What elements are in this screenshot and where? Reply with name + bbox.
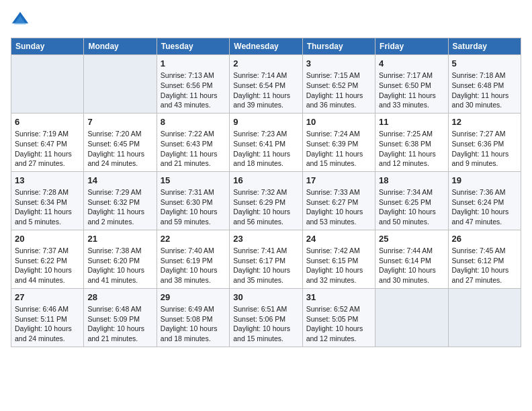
calendar-cell: 20Sunrise: 7:37 AMSunset: 6:22 PMDayligh… — [11, 230, 84, 288]
day-number: 23 — [233, 233, 298, 245]
day-number: 17 — [306, 175, 371, 187]
weekday-header-wednesday: Wednesday — [230, 38, 302, 55]
calendar-cell: 22Sunrise: 7:40 AMSunset: 6:19 PMDayligh… — [157, 230, 229, 288]
day-detail: Sunrise: 7:28 AMSunset: 6:34 PMDaylight:… — [15, 187, 80, 227]
calendar-cell: 19Sunrise: 7:36 AMSunset: 6:24 PMDayligh… — [448, 171, 521, 230]
week-row-2: 6Sunrise: 7:19 AMSunset: 6:47 PMDaylight… — [11, 113, 521, 171]
day-detail: Sunrise: 7:24 AMSunset: 6:39 PMDaylight:… — [306, 129, 371, 169]
day-detail: Sunrise: 7:14 AMSunset: 6:54 PMDaylight:… — [233, 71, 298, 110]
calendar-cell: 27Sunrise: 6:46 AMSunset: 5:11 PMDayligh… — [11, 288, 84, 347]
day-detail: Sunrise: 6:52 AMSunset: 5:05 PMDaylight:… — [306, 304, 371, 344]
day-detail: Sunrise: 7:45 AMSunset: 6:12 PMDaylight:… — [452, 246, 517, 285]
weekday-header-friday: Friday — [375, 38, 448, 55]
calendar-cell: 13Sunrise: 7:28 AMSunset: 6:34 PMDayligh… — [11, 171, 84, 230]
calendar-cell: 2Sunrise: 7:14 AMSunset: 6:54 PMDaylight… — [230, 55, 302, 113]
day-number: 18 — [379, 175, 444, 187]
calendar-cell: 1Sunrise: 7:13 AMSunset: 6:56 PMDaylight… — [157, 55, 229, 113]
calendar-cell — [84, 55, 157, 113]
day-number: 14 — [87, 175, 152, 187]
day-detail: Sunrise: 7:41 AMSunset: 6:17 PMDaylight:… — [233, 246, 298, 285]
day-detail: Sunrise: 7:32 AMSunset: 6:29 PMDaylight:… — [233, 187, 298, 227]
day-detail: Sunrise: 7:34 AMSunset: 6:25 PMDaylight:… — [379, 187, 444, 227]
calendar-cell: 23Sunrise: 7:41 AMSunset: 6:17 PMDayligh… — [230, 230, 302, 288]
day-number: 28 — [87, 291, 152, 304]
calendar-cell: 16Sunrise: 7:32 AMSunset: 6:29 PMDayligh… — [230, 171, 302, 230]
day-number: 22 — [161, 233, 226, 245]
weekday-header-monday: Monday — [84, 38, 157, 55]
day-detail: Sunrise: 7:33 AMSunset: 6:27 PMDaylight:… — [306, 187, 371, 227]
day-number: 26 — [452, 233, 517, 245]
day-number: 12 — [452, 116, 517, 128]
calendar-cell: 15Sunrise: 7:31 AMSunset: 6:30 PMDayligh… — [157, 171, 229, 230]
calendar-cell: 12Sunrise: 7:27 AMSunset: 6:36 PMDayligh… — [448, 113, 521, 171]
calendar-cell — [11, 55, 84, 113]
day-detail: Sunrise: 7:37 AMSunset: 6:22 PMDaylight:… — [15, 246, 80, 285]
day-number: 24 — [306, 233, 371, 245]
day-number: 20 — [15, 233, 80, 245]
day-detail: Sunrise: 7:27 AMSunset: 6:36 PMDaylight:… — [452, 129, 517, 169]
calendar-cell: 11Sunrise: 7:25 AMSunset: 6:38 PMDayligh… — [375, 113, 448, 171]
page-header — [11, 11, 521, 30]
day-detail: Sunrise: 7:17 AMSunset: 6:50 PMDaylight:… — [379, 71, 444, 110]
day-detail: Sunrise: 7:44 AMSunset: 6:14 PMDaylight:… — [379, 246, 444, 285]
weekday-header-thursday: Thursday — [302, 38, 375, 55]
week-row-3: 13Sunrise: 7:28 AMSunset: 6:34 PMDayligh… — [11, 171, 521, 230]
day-number: 29 — [161, 291, 226, 304]
day-detail: Sunrise: 6:46 AMSunset: 5:11 PMDaylight:… — [15, 304, 80, 344]
day-detail: Sunrise: 7:36 AMSunset: 6:24 PMDaylight:… — [452, 187, 517, 227]
day-detail: Sunrise: 7:19 AMSunset: 6:47 PMDaylight:… — [15, 129, 80, 169]
calendar-cell: 21Sunrise: 7:38 AMSunset: 6:20 PMDayligh… — [84, 230, 157, 288]
day-number: 11 — [379, 116, 444, 128]
day-detail: Sunrise: 7:23 AMSunset: 6:41 PMDaylight:… — [233, 129, 298, 169]
calendar-table: SundayMondayTuesdayWednesdayThursdayFrid… — [11, 38, 521, 347]
weekday-header-saturday: Saturday — [448, 38, 521, 55]
day-detail: Sunrise: 7:40 AMSunset: 6:19 PMDaylight:… — [161, 246, 226, 285]
day-detail: Sunrise: 6:49 AMSunset: 5:08 PMDaylight:… — [161, 304, 226, 344]
day-number: 4 — [379, 58, 444, 70]
calendar-cell: 28Sunrise: 6:48 AMSunset: 5:09 PMDayligh… — [84, 288, 157, 347]
calendar-cell: 30Sunrise: 6:51 AMSunset: 5:06 PMDayligh… — [230, 288, 302, 347]
day-number: 8 — [161, 116, 226, 128]
day-detail: Sunrise: 7:38 AMSunset: 6:20 PMDaylight:… — [87, 246, 152, 285]
day-detail: Sunrise: 7:25 AMSunset: 6:38 PMDaylight:… — [379, 129, 444, 169]
day-number: 9 — [233, 116, 298, 128]
day-detail: Sunrise: 7:15 AMSunset: 6:52 PMDaylight:… — [306, 71, 371, 110]
day-detail: Sunrise: 7:31 AMSunset: 6:30 PMDaylight:… — [161, 187, 226, 227]
day-number: 3 — [306, 58, 371, 70]
day-number: 2 — [233, 58, 298, 70]
calendar-cell — [448, 288, 521, 347]
day-detail: Sunrise: 7:29 AMSunset: 6:32 PMDaylight:… — [87, 187, 152, 227]
calendar-cell: 31Sunrise: 6:52 AMSunset: 5:05 PMDayligh… — [302, 288, 375, 347]
day-number: 30 — [233, 291, 298, 304]
day-detail: Sunrise: 7:13 AMSunset: 6:56 PMDaylight:… — [161, 71, 226, 110]
day-number: 1 — [161, 58, 226, 70]
logo-icon — [11, 11, 30, 30]
calendar-cell: 18Sunrise: 7:34 AMSunset: 6:25 PMDayligh… — [375, 171, 448, 230]
calendar-cell: 4Sunrise: 7:17 AMSunset: 6:50 PMDaylight… — [375, 55, 448, 113]
week-row-1: 1Sunrise: 7:13 AMSunset: 6:56 PMDaylight… — [11, 55, 521, 113]
calendar-cell: 26Sunrise: 7:45 AMSunset: 6:12 PMDayligh… — [448, 230, 521, 288]
calendar-cell: 7Sunrise: 7:20 AMSunset: 6:45 PMDaylight… — [84, 113, 157, 171]
week-row-4: 20Sunrise: 7:37 AMSunset: 6:22 PMDayligh… — [11, 230, 521, 288]
day-number: 7 — [87, 116, 152, 128]
day-detail: Sunrise: 7:42 AMSunset: 6:15 PMDaylight:… — [306, 246, 371, 285]
calendar-cell: 10Sunrise: 7:24 AMSunset: 6:39 PMDayligh… — [302, 113, 375, 171]
weekday-header-sunday: Sunday — [11, 38, 84, 55]
day-number: 5 — [452, 58, 517, 70]
day-number: 13 — [15, 175, 80, 187]
calendar-cell: 29Sunrise: 6:49 AMSunset: 5:08 PMDayligh… — [157, 288, 229, 347]
calendar-cell: 8Sunrise: 7:22 AMSunset: 6:43 PMDaylight… — [157, 113, 229, 171]
calendar-cell: 9Sunrise: 7:23 AMSunset: 6:41 PMDaylight… — [230, 113, 302, 171]
day-number: 25 — [379, 233, 444, 245]
calendar-cell: 17Sunrise: 7:33 AMSunset: 6:27 PMDayligh… — [302, 171, 375, 230]
logo — [11, 11, 32, 30]
calendar-cell — [375, 288, 448, 347]
weekday-header-tuesday: Tuesday — [157, 38, 229, 55]
calendar-cell: 5Sunrise: 7:18 AMSunset: 6:48 PMDaylight… — [448, 55, 521, 113]
weekday-header-row: SundayMondayTuesdayWednesdayThursdayFrid… — [11, 38, 521, 55]
day-detail: Sunrise: 6:51 AMSunset: 5:06 PMDaylight:… — [233, 304, 298, 344]
day-number: 27 — [15, 291, 80, 304]
day-number: 19 — [452, 175, 517, 187]
calendar-cell: 25Sunrise: 7:44 AMSunset: 6:14 PMDayligh… — [375, 230, 448, 288]
day-number: 6 — [15, 116, 80, 128]
